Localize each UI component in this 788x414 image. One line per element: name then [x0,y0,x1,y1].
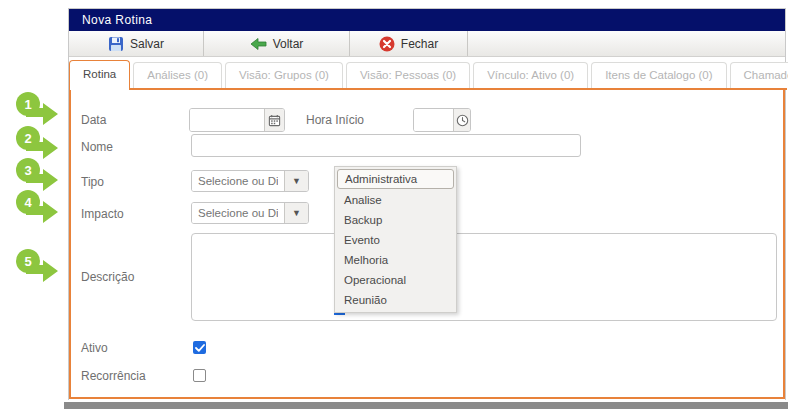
ativo-checkbox[interactable] [193,341,206,354]
tab-analises[interactable]: Análises (0) [133,62,222,88]
clock-icon [456,114,469,127]
tipo-dropdown-list: Administrativa Analise Backup Evento Mel… [334,166,457,313]
dropdown-option-backup[interactable]: Backup [335,210,456,230]
step-badge-2: 2 [14,126,60,160]
clock-button[interactable] [453,109,470,131]
data-label: Data [81,113,106,127]
close-icon [379,36,395,52]
hora-inicio-label: Hora Início [306,113,364,127]
tab-vinculo-ativo[interactable]: Vínculo: Ativo (0) [473,62,588,88]
hora-inicio-input[interactable] [414,109,453,131]
window-titlebar: Nova Rotina [69,9,785,31]
step-badge-number: 5 [24,254,31,269]
tipo-label: Tipo [81,175,104,189]
impacto-input[interactable] [192,203,284,223]
tipo-combobox: ▼ [191,170,309,192]
tipo-input[interactable] [192,171,284,191]
back-button-label: Voltar [273,37,304,51]
window-title: Nova Rotina [82,13,152,27]
back-arrow-icon [250,37,267,51]
check-icon [195,344,205,352]
dropdown-option-analise[interactable]: Analise [335,190,456,210]
step-badge-number: 1 [24,97,31,112]
tab-visao-grupos[interactable]: Visão: Grupos (0) [225,62,343,88]
nome-input[interactable] [191,134,581,157]
impacto-dropdown-button[interactable]: ▼ [284,203,308,223]
step-badge-5: 5 [14,249,60,283]
data-field [189,108,285,132]
nova-rotina-window: Nova Rotina Salvar Voltar Fechar [68,8,786,400]
data-input[interactable] [190,109,264,131]
step-badge-3: 3 [14,158,60,192]
close-button-label: Fechar [401,37,438,51]
step-badge-number: 4 [24,195,32,210]
rotina-form-panel: Data Hora Início [69,90,785,399]
dropdown-option-reuniao[interactable]: Reunião [335,290,456,310]
impacto-combobox: ▼ [191,202,309,224]
calendar-icon [268,114,281,127]
step-badge-number: 2 [24,131,31,146]
save-button[interactable]: Salvar [69,31,204,56]
save-button-label: Salvar [130,37,164,51]
chevron-down-icon: ▼ [292,176,301,186]
recorrencia-checkbox[interactable] [193,369,206,382]
impacto-label: Impacto [81,207,124,221]
save-icon [108,36,124,52]
step-badge-1: 1 [14,92,60,126]
descricao-label: Descrição [81,270,134,284]
dropdown-option-melhoria[interactable]: Melhoria [335,250,456,270]
close-button[interactable]: Fechar [350,31,468,56]
hora-inicio-field [413,108,471,132]
window-bottom-shadow [64,402,788,409]
dropdown-option-administrativa[interactable]: Administrativa [337,169,454,189]
descricao-textarea[interactable] [191,233,777,321]
tipo-dropdown-button[interactable]: ▼ [284,171,308,191]
dropdown-option-evento[interactable]: Evento [335,230,456,250]
chevron-down-icon: ▼ [292,208,301,218]
dropdown-option-operacional[interactable]: Operacional [335,270,456,290]
back-button[interactable]: Voltar [204,31,350,56]
ativo-label: Ativo [81,341,108,355]
step-badge-4: 4 [14,190,60,224]
calendar-button[interactable] [264,109,284,131]
nome-label: Nome [81,140,113,154]
tab-strip: Rotina Análises (0) Visão: Grupos (0) Vi… [69,57,785,90]
recorrencia-label: Recorrência [81,369,146,383]
tab-chamado[interactable]: Chamado (0) [730,62,788,88]
tab-itens-catalogo[interactable]: Itens de Catalogo (0) [591,62,726,88]
toolbar: Salvar Voltar Fechar [69,31,785,57]
tab-visao-pessoas[interactable]: Visão: Pessoas (0) [346,62,470,88]
tab-rotina[interactable]: Rotina [69,60,130,90]
step-badge-number: 3 [24,163,31,178]
